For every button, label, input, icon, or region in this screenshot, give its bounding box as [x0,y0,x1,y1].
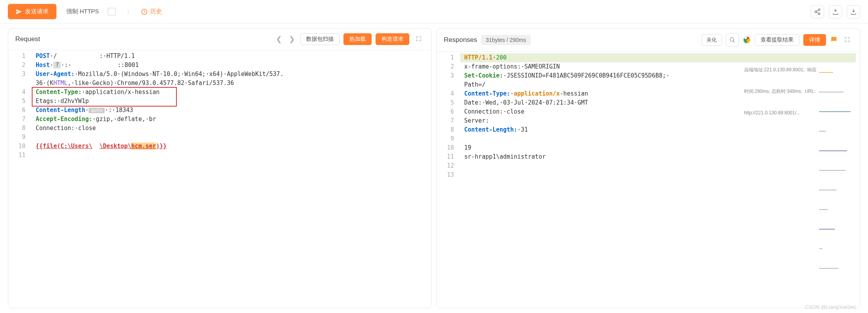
send-icon [16,9,22,15]
extract-button[interactable]: 查看提取结果 [755,34,799,46]
https-label: 强制 HTTPS [66,8,99,15]
separator: | [127,9,129,14]
clock-icon [141,8,148,15]
topbar: 发送请求 强制 HTTPS | 历史 [0,0,868,24]
response-actions: 美化 查看提取结果 详情 [701,33,853,47]
scan-button[interactable]: 数据包扫描 [300,33,340,45]
chrome-icon[interactable] [743,36,751,44]
hotload-button[interactable]: 热加载 [343,33,372,45]
history-label: 历史 [150,8,162,15]
response-lines[interactable]: HTTP/1.1·200x-frame-options:·SAMEORIGINS… [460,52,860,308]
comment-button[interactable] [830,36,838,45]
expand-response-button[interactable] [842,36,853,44]
topbar-right [811,5,860,18]
beautify-button[interactable]: 美化 [701,34,722,46]
response-status-info: 31bytes / 290ms [481,35,531,45]
share-icon [814,8,821,15]
export-button[interactable] [829,5,842,18]
history-link[interactable]: 历史 [141,8,162,15]
meta-url: http://221.0.130.89:8001/... [744,110,817,119]
response-panel: Responses 31bytes / 290ms 美化 查看提取结果 详情 [436,28,860,308]
svg-point-3 [818,13,820,15]
meta-remote: 远端地址:221.0.130.89:8001; 响应 [744,67,817,76]
search-button[interactable] [726,33,739,47]
request-header: Request ❮ ❯ 数据包扫描 热加载 构造请求 [8,29,431,50]
svg-point-2 [815,11,817,13]
expand-icon [844,36,850,43]
expand-request-button[interactable] [413,36,424,43]
request-panel: Request ❮ ❯ 数据包扫描 热加载 构造请求 1234567891011… [8,28,432,308]
svg-point-4 [730,38,734,41]
detail-button[interactable]: 详情 [803,34,826,46]
share-button[interactable] [811,5,824,18]
request-code[interactable]: 1234567891011 POST·/ :·HTTP/1.1Host·?·:·… [8,50,431,308]
import-button[interactable] [847,5,860,18]
response-gutter: 12345678910111213 [437,52,460,308]
send-label: 发送请求 [25,8,49,15]
request-actions: ❮ ❯ 数据包扫描 热加载 构造请求 [274,33,424,45]
watermark: CSDN @LiangYueSec [805,304,856,310]
response-header: Responses 31bytes / 290ms 美化 查看提取结果 详情 [437,29,860,52]
request-title: Request [15,35,40,43]
meta-time: 时间:290ms; 总耗时:349ms; URL: [744,88,817,97]
response-meta: 远端地址:221.0.130.89:8001; 响应 时间:290ms; 总耗时… [744,54,817,63]
response-code[interactable]: 12345678910111213 HTTP/1.1·200x-frame-op… [437,52,860,308]
request-lines[interactable]: POST·/ :·HTTP/1.1Host·?·:· ::8001User-Ag… [32,50,431,308]
search-icon [729,37,735,43]
import-icon [850,8,857,15]
comment-icon [830,36,838,43]
svg-point-1 [818,9,820,11]
request-gutter: 1234567891011 [8,50,32,308]
build-button[interactable]: 构造请求 [376,33,409,45]
minimap[interactable] [819,54,854,63]
next-button[interactable]: ❯ [287,35,296,43]
send-request-button[interactable]: 发送请求 [8,4,56,19]
panels: Request ❮ ❯ 数据包扫描 热加载 构造请求 1234567891011… [0,24,868,313]
response-title: Responses [444,36,477,44]
https-toggle[interactable] [108,8,116,16]
export-icon [832,8,839,15]
expand-icon [416,36,422,42]
prev-button[interactable]: ❮ [274,35,283,43]
